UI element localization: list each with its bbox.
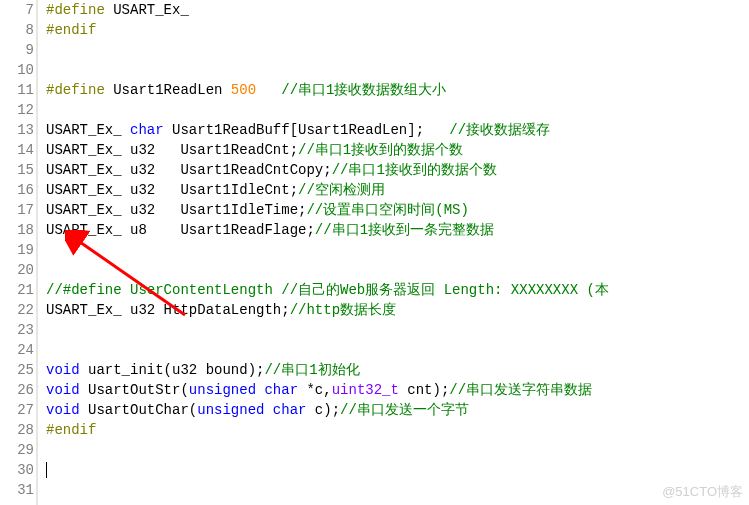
line-number: 21 [0, 280, 34, 300]
line-number: 22 [0, 300, 34, 320]
line-number: 17 [0, 200, 34, 220]
code-line[interactable]: USART_Ex_ u32 Usart1ReadCntCopy;//串口1接收到… [46, 160, 749, 180]
watermark: @51CTO博客 [662, 483, 743, 501]
code-line[interactable]: USART_Ex_ u8 Usart1ReadFlage;//串口1接收到一条完… [46, 220, 749, 240]
code-line[interactable]: void UsartOutStr(unsigned char *c,uint32… [46, 380, 749, 400]
line-number: 13 [0, 120, 34, 140]
line-number: 11 [0, 80, 34, 100]
code-line[interactable]: USART_Ex_ u32 Usart1IdleTime;//设置串口空闲时间(… [46, 200, 749, 220]
code-editor[interactable]: 7 8 9 10 11 12 13 14 15 16 17 18 19 20 2… [0, 0, 749, 505]
code-line[interactable] [46, 480, 749, 500]
code-line[interactable]: //#define UserContentLength //自己的Web服务器返… [46, 280, 749, 300]
line-number: 26 [0, 380, 34, 400]
line-number: 23 [0, 320, 34, 340]
line-number: 14 [0, 140, 34, 160]
line-number: 20 [0, 260, 34, 280]
code-line[interactable]: USART_Ex_ u32 Usart1ReadCnt;//串口1接收到的数据个… [46, 140, 749, 160]
code-line[interactable]: USART_Ex_ u32 Usart1IdleCnt;//空闲检测用 [46, 180, 749, 200]
line-number: 19 [0, 240, 34, 260]
line-number: 31 [0, 480, 34, 500]
line-number: 24 [0, 340, 34, 360]
code-line[interactable] [46, 240, 749, 260]
line-number: 27 [0, 400, 34, 420]
code-line[interactable] [46, 40, 749, 60]
code-line[interactable]: #define USART_Ex_ [46, 0, 749, 20]
line-number-gutter: 7 8 9 10 11 12 13 14 15 16 17 18 19 20 2… [0, 0, 38, 505]
code-line[interactable] [46, 440, 749, 460]
code-line[interactable]: #endif [46, 420, 749, 440]
code-line[interactable] [46, 60, 749, 80]
line-number: 12 [0, 100, 34, 120]
code-line[interactable]: void UsartOutChar(unsigned char c);//串口发… [46, 400, 749, 420]
code-line[interactable] [46, 340, 749, 360]
line-number: 16 [0, 180, 34, 200]
code-line[interactable]: #endif [46, 20, 749, 40]
code-line[interactable]: void uart_init(u32 bound);//串口1初始化 [46, 360, 749, 380]
code-line[interactable]: USART_Ex_ char Usart1ReadBuff[Usart1Read… [46, 120, 749, 140]
line-number: 8 [0, 20, 34, 40]
code-line-cursor[interactable] [46, 460, 749, 480]
line-number: 28 [0, 420, 34, 440]
code-line[interactable]: USART_Ex_ u32 HttpDataLength;//http数据长度 [46, 300, 749, 320]
code-line[interactable] [46, 320, 749, 340]
code-line[interactable] [46, 260, 749, 280]
line-number: 9 [0, 40, 34, 60]
line-number: 29 [0, 440, 34, 460]
code-line[interactable]: #define Usart1ReadLen 500 //串口1接收数据数组大小 [46, 80, 749, 100]
line-number: 25 [0, 360, 34, 380]
line-number: 15 [0, 160, 34, 180]
line-number: 18 [0, 220, 34, 240]
code-area[interactable]: #define USART_Ex_ #endif #define Usart1R… [38, 0, 749, 505]
line-number: 10 [0, 60, 34, 80]
code-line[interactable] [46, 100, 749, 120]
line-number: 30 [0, 460, 34, 480]
line-number: 7 [0, 0, 34, 20]
